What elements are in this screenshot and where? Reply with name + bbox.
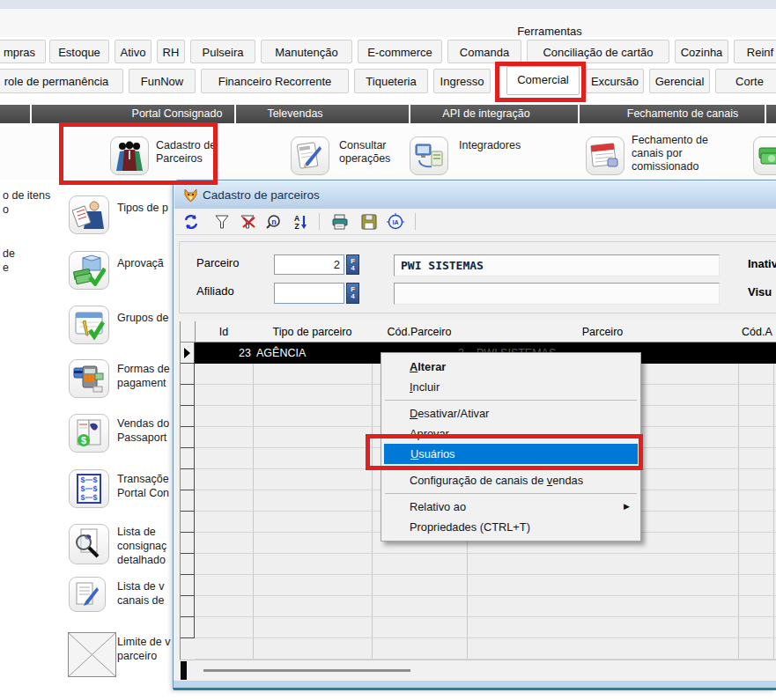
annotation-box-cadastro-parceiros — [59, 122, 218, 185]
grupos-button[interactable] — [69, 306, 109, 344]
refresh-button[interactable] — [181, 213, 201, 231]
card-terminal-icon — [72, 363, 106, 394]
limite-venda-label[interactable]: Limite de vparceiro — [117, 635, 170, 663]
visualizar-label: Visu — [748, 285, 772, 298]
document-pen-icon — [73, 580, 101, 608]
transacoes-portal-label[interactable]: TransaçõePortal Con — [117, 472, 169, 500]
tab-manutencao[interactable]: Manutenção — [261, 40, 352, 63]
grid-empty-row[interactable] — [195, 554, 776, 575]
tab-ativo[interactable]: Ativo — [115, 40, 152, 63]
cell-id: 23 — [195, 343, 251, 364]
tab-rh[interactable]: RH — [157, 40, 185, 63]
transacoes-portal-button[interactable]: $ $ $ $ $ $ — [69, 469, 109, 508]
cell-tipo: AGÊNCIA — [256, 343, 306, 364]
afiliado-input[interactable] — [274, 283, 344, 304]
grupos-label[interactable]: Grupos de — [117, 311, 168, 325]
menu-item-incluir[interactable]: Incluir — [383, 377, 639, 397]
ribbon-section-televendas: Televendas — [220, 105, 370, 123]
integradores-button[interactable] — [410, 136, 448, 175]
svg-text:$: $ — [92, 484, 97, 493]
integradores-label[interactable]: Integradores — [459, 139, 521, 152]
menu-item-relativo-ao[interactable]: Relativo ao▶ — [383, 497, 639, 517]
tab-conciliacao-cartao[interactable]: Conciliação de cartão — [527, 40, 669, 63]
grid-empty-row[interactable] — [195, 638, 776, 659]
magnifier-document-icon — [72, 527, 106, 561]
aprovacao-button[interactable] — [69, 251, 109, 290]
consultar-operacoes-label[interactable]: Consultaroperações — [339, 139, 390, 166]
afiliado-f4-button[interactable]: F4 — [346, 283, 359, 304]
grid-empty-row[interactable] — [195, 575, 776, 596]
ribbon-separator — [765, 105, 766, 123]
money-button-partial[interactable] — [753, 136, 776, 175]
svg-text:$: $ — [81, 435, 86, 446]
filter-button[interactable] — [212, 213, 232, 231]
tab-ecommerce[interactable]: E-commerce — [358, 40, 442, 63]
vendas-passaporte-label[interactable]: Vendas doPassaport — [117, 416, 169, 445]
tab-ingresso[interactable]: Ingresso — [433, 69, 491, 93]
approve-box-icon — [72, 254, 106, 286]
grid-empty-row[interactable] — [195, 596, 776, 617]
scrollbar-track-line — [203, 669, 410, 672]
tipos-parceiro-button[interactable] — [69, 195, 109, 234]
column-header-cod-parceiro[interactable]: Cód.Parceiro — [372, 321, 467, 343]
tab-reinf[interactable]: Reinf — [734, 40, 776, 63]
lista-vendas-canais-label[interactable]: Lista de vcanais de — [117, 579, 165, 608]
limite-venda-placeholder-icon[interactable] — [68, 632, 116, 677]
tab-controle-permanencia[interactable]: role de permanência — [0, 69, 123, 93]
grid-header[interactable]: Id Tipo de parceiro Cód.Parceiro Parceir… — [181, 321, 776, 343]
tab-comanda[interactable]: Comanda — [447, 40, 521, 63]
consultar-operacoes-button[interactable] — [291, 136, 329, 175]
column-header-cod-a[interactable]: Cód.A — [742, 321, 776, 343]
tab-tiqueteria[interactable]: Tiqueteria — [354, 69, 428, 93]
tab-funnow[interactable]: FunNow — [129, 69, 196, 93]
lista-consignacao-label[interactable]: Lista deconsignaçdetalhado — [117, 525, 166, 567]
tab-compras[interactable]: mpras — [0, 40, 46, 63]
dialog-titlebar[interactable]: Cadastro de parceiros — [174, 181, 776, 209]
aprovacao-label[interactable]: Aprovaçã — [117, 256, 164, 270]
ia-button[interactable]: IA — [386, 213, 405, 231]
tab-financeiro-recorrente[interactable]: Financeiro Recorrente — [201, 69, 349, 93]
truncated-label: o — [3, 203, 9, 216]
fechamento-canais-label[interactable]: Fechamento decanais porcomissionado — [632, 134, 708, 173]
formas-pagamento-button[interactable] — [69, 359, 109, 398]
lista-vendas-canais-button[interactable] — [69, 577, 106, 612]
menu-item-propriedades[interactable]: Propriedades (CTRL+T) — [383, 517, 639, 537]
tipos-parceiro-label[interactable]: Tipos de p — [117, 201, 168, 215]
clear-filter-button[interactable] — [239, 213, 258, 231]
parceiro-input[interactable]: 2 — [274, 254, 344, 275]
menu-item-configuracao-canais[interactable]: Configuração de canais de vendas — [383, 470, 639, 490]
grid-marker-column — [181, 343, 195, 638]
vendas-passaporte-button[interactable]: $ — [69, 414, 109, 453]
tab-excursao[interactable]: Excursão — [586, 69, 644, 93]
parceiro-label: Parceiro — [196, 256, 239, 269]
lista-consignacao-button[interactable] — [69, 524, 109, 564]
dialog-toolbar: n A Z — [175, 209, 776, 235]
tab-corte[interactable]: Corte — [715, 69, 776, 93]
tab-pulseira[interactable]: Pulseira — [190, 40, 255, 63]
grid-empty-row[interactable] — [195, 617, 776, 638]
tab-cozinha[interactable]: Cozinha — [675, 40, 728, 63]
menu-item-alterar[interactable]: Alterar — [383, 357, 639, 377]
dialog-bottom-border — [174, 681, 776, 690]
svg-text:$: $ — [80, 484, 85, 493]
find-button[interactable]: n — [265, 213, 285, 231]
filter-icon — [214, 214, 230, 230]
tab-estoque[interactable]: Estoque — [49, 40, 109, 63]
column-header-tipo[interactable]: Tipo de parceiro — [253, 321, 372, 343]
menu-item-desativar-ativar[interactable]: Desativar/Ativar — [383, 403, 639, 424]
horizontal-scrollbar[interactable] — [180, 659, 776, 681]
tab-gerencial[interactable]: Gerencial — [649, 69, 710, 93]
save-button[interactable] — [359, 213, 379, 231]
print-button[interactable] — [330, 213, 350, 231]
fox-icon — [183, 188, 198, 203]
column-header-id[interactable]: Id — [195, 321, 253, 343]
fechamento-canais-button[interactable] — [586, 136, 624, 175]
sort-button[interactable]: A Z — [292, 213, 311, 231]
formas-pagamento-label[interactable]: Formas depagament — [117, 362, 170, 390]
truncated-label: o de itens — [3, 189, 50, 202]
parceiro-f4-button[interactable]: F4 — [346, 254, 359, 275]
printer-icon — [331, 214, 349, 230]
column-header-parceiro[interactable]: Parceiro — [467, 321, 738, 343]
ribbon-section-bar: Portal Consignado Televendas API de inte… — [0, 105, 776, 123]
scrollbar-thumb[interactable] — [181, 661, 187, 680]
